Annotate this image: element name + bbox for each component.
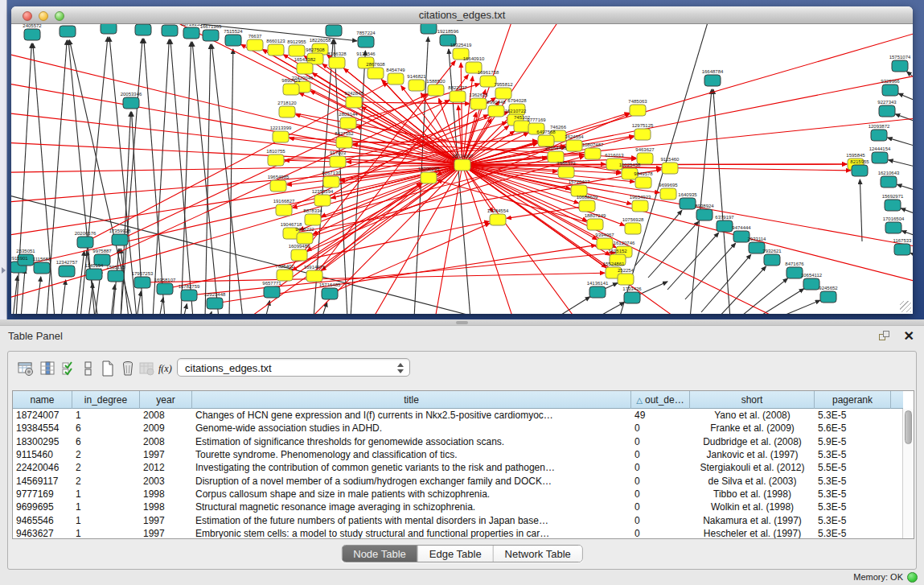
rows-icon[interactable] [79, 359, 98, 378]
graph-node[interactable] [470, 98, 487, 109]
graph-node[interactable] [181, 290, 197, 301]
table-cell[interactable]: Genome-wide association studies in ADHD. [192, 422, 631, 434]
table-cell[interactable]: Estimation of the future numbers of pati… [192, 515, 631, 526]
table-cell[interactable]: 1 [72, 528, 140, 538]
table-cell[interactable]: 1997 [140, 515, 192, 526]
table-settings-icon[interactable] [16, 359, 35, 378]
table-cell[interactable]: de Silva et al. (2003) [690, 476, 815, 487]
black-edge[interactable] [88, 283, 93, 314]
graph-node[interactable] [428, 84, 444, 96]
graph-node[interactable] [297, 233, 313, 244]
table-cell[interactable]: 2012 [140, 462, 192, 473]
table-cell[interactable]: Tourette syndrome. Phenomenology and cla… [192, 449, 631, 460]
graph-node[interactable] [24, 29, 40, 40]
graph-node[interactable] [323, 176, 339, 187]
graph-node[interactable] [624, 292, 640, 303]
graph-node[interactable] [368, 68, 384, 79]
graph-node[interactable] [589, 286, 606, 298]
graph-node[interactable] [894, 244, 910, 255]
black-edge[interactable] [159, 298, 163, 314]
table-cell[interactable]: 14569117 [13, 476, 72, 487]
column-header-pagerank[interactable]: pagerank [815, 391, 891, 409]
table-cell[interactable]: 5.3E-5 [815, 515, 891, 526]
graph-node[interactable] [660, 188, 676, 200]
network-table-select[interactable]: citations_edges.txt [177, 358, 410, 377]
graph-node[interactable] [662, 163, 678, 174]
graph-node[interactable] [587, 219, 603, 230]
table-row[interactable]: 1872400712008Changes of HCN gene express… [13, 409, 903, 422]
graph-node[interactable] [490, 214, 506, 225]
table-cell[interactable]: 1998 [140, 501, 192, 513]
close-panel-icon[interactable]: ✕ [904, 328, 914, 344]
table-cell[interactable]: 2009 [140, 422, 192, 434]
black-edge[interactable] [897, 184, 913, 193]
table-cell[interactable]: Structural magnetic resonance image aver… [192, 501, 631, 513]
graph-node[interactable] [340, 117, 356, 129]
graph-node[interactable] [764, 254, 780, 266]
table-cell[interactable]: 1 [72, 515, 140, 526]
table-cell[interactable]: 5.6E-5 [815, 422, 891, 434]
black-edge[interactable] [76, 251, 84, 314]
black-edge[interactable] [717, 266, 766, 314]
table-cell[interactable]: 5.3E-5 [815, 449, 891, 460]
black-edge[interactable] [898, 93, 913, 105]
graph-node[interactable] [717, 220, 733, 232]
table-row[interactable]: 911546021997Tourette syndrome. Phenomeno… [13, 448, 903, 461]
table-cell[interactable]: 22420046 [13, 462, 72, 473]
table-cell[interactable]: 19384554 [13, 422, 72, 434]
black-edge[interactable] [183, 304, 187, 314]
red-edge[interactable] [462, 165, 515, 314]
black-edge[interactable] [137, 291, 141, 314]
black-edge[interactable] [889, 160, 913, 169]
graph-node[interactable] [162, 25, 178, 36]
graph-node[interactable] [134, 277, 150, 288]
column-header-year[interactable]: year [140, 391, 192, 409]
black-edge[interactable] [61, 280, 66, 314]
new-column-icon[interactable] [98, 359, 117, 378]
table-cell[interactable]: 5.3E-5 [815, 488, 891, 500]
table-row[interactable]: 946554611997Estimation of the future num… [13, 513, 903, 526]
table-cell[interactable]: 2008 [140, 436, 192, 447]
sidebar-expand-arrow-icon[interactable] [2, 267, 6, 274]
memory-status-indicator[interactable] [907, 572, 918, 583]
table-cell[interactable]: Dudbridge et al. (2008) [690, 436, 815, 447]
window-resize-grip[interactable] [900, 301, 911, 312]
graph-node[interactable] [704, 75, 721, 86]
graph-node[interactable] [388, 73, 404, 84]
column-header-indegree[interactable]: in_degree [72, 391, 140, 409]
tab-edge-table[interactable]: Edge Table [418, 546, 494, 562]
table-cell[interactable]: Jankovic et al. (1997) [690, 449, 815, 460]
graph-node[interactable] [34, 262, 50, 274]
graph-node[interactable] [879, 105, 895, 117]
table-row[interactable]: 1938455462009Genome-wide association stu… [13, 422, 903, 435]
table-cell[interactable]: 6 [72, 436, 140, 447]
graph-node[interactable] [135, 24, 151, 35]
column-header-short[interactable]: short [690, 391, 815, 409]
table-cell[interactable]: 9115460 [13, 449, 72, 460]
black-edge[interactable] [11, 193, 483, 314]
table-row[interactable]: 1830029562008Estimation of significance … [13, 435, 903, 448]
table-scrollbar[interactable] [902, 409, 914, 538]
graph-node[interactable] [291, 249, 307, 261]
table-row[interactable]: 1456911722003Disruption of a novel membe… [13, 474, 903, 487]
graph-node[interactable] [632, 200, 648, 212]
table-cell[interactable]: 5.3E-5 [815, 476, 891, 487]
graph-node[interactable] [268, 44, 284, 56]
table-cell[interactable]: 5.3E-5 [815, 410, 891, 421]
black-edge[interactable] [192, 42, 219, 314]
table-cell[interactable]: 2 [72, 449, 140, 460]
table-cell[interactable]: 9463627 [13, 528, 72, 538]
table-cell[interactable]: 9777169 [13, 488, 72, 500]
graph-node[interactable] [123, 97, 139, 109]
panel-splitter[interactable] [0, 319, 924, 326]
graph-node[interactable] [86, 269, 102, 280]
table-cell[interactable]: 0 [631, 515, 690, 526]
table-cell[interactable]: 1 [72, 501, 140, 513]
graph-node[interactable] [454, 159, 470, 171]
table-cell[interactable]: 1 [72, 488, 140, 500]
table-cell[interactable]: 18300295 [13, 436, 72, 447]
black-edge[interactable] [910, 253, 913, 259]
black-edge[interactable] [265, 301, 269, 314]
black-edge[interactable] [209, 311, 211, 314]
network-window[interactable]: citations_edges.txt 18724007866012389129… [11, 6, 913, 314]
